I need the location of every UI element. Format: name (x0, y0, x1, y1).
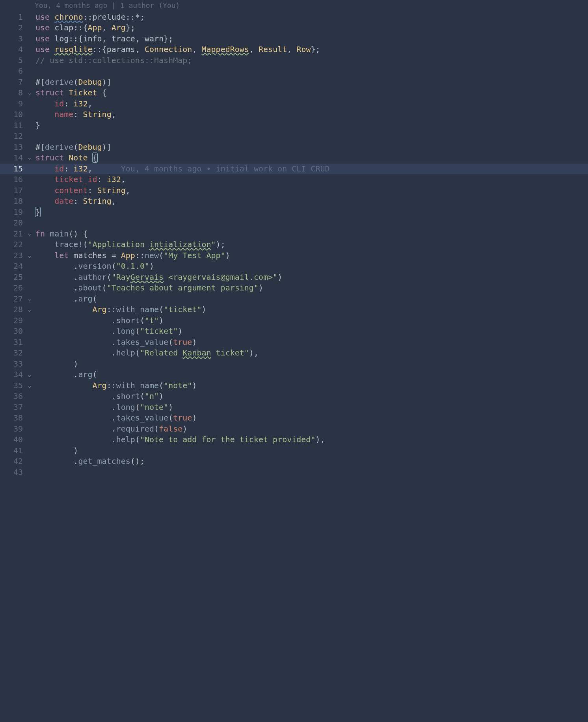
code-content[interactable]: let matches = App::new("My Test App") (34, 250, 588, 261)
line-number[interactable]: 15 (0, 164, 25, 175)
line-number[interactable]: 41 (0, 445, 25, 456)
code-line[interactable]: 2use clap::{App, Arg}; (0, 22, 588, 33)
code-line[interactable]: 3use log::{info, trace, warn}; (0, 33, 588, 45)
code-line[interactable]: 23⌄ let matches = App::new("My Test App"… (0, 250, 588, 261)
code-line[interactable]: 21⌄fn main() { (0, 229, 588, 240)
line-number[interactable]: 32 (0, 348, 25, 359)
code-line[interactable]: 24 .version("0.1.0") (0, 261, 588, 272)
code-content[interactable]: .long("note") (34, 402, 588, 413)
code-content[interactable]: struct Ticket { (34, 87, 588, 99)
line-number[interactable]: 10 (0, 109, 25, 120)
code-line[interactable]: 12 (0, 131, 588, 142)
code-content[interactable]: } (34, 120, 588, 131)
code-content[interactable]: // use std::collections::HashMap; (34, 55, 588, 66)
code-content[interactable]: trace!("Application intialization"); (34, 239, 588, 250)
code-line[interactable]: 17 content: String, (0, 185, 588, 196)
line-number[interactable]: 1 (0, 12, 25, 23)
line-number[interactable]: 5 (0, 55, 25, 66)
code-line[interactable]: 42 .get_matches(); (0, 456, 588, 467)
line-number[interactable]: 39 (0, 424, 25, 435)
code-line[interactable]: 26 .about("Teaches about argument parsin… (0, 283, 588, 294)
code-line[interactable]: 22 trace!("Application intialization"); (0, 239, 588, 250)
code-content[interactable]: name: String, (34, 109, 588, 120)
code-content[interactable]: .arg( (34, 294, 588, 305)
code-line[interactable]: 35⌄ Arg::with_name("note") (0, 380, 588, 391)
code-line[interactable]: 32 .help("Related Kanban ticket"), (0, 348, 588, 359)
code-content[interactable]: .author("RayGervais <raygervais@gmail.co… (34, 272, 588, 283)
line-number[interactable]: 28 (0, 304, 25, 315)
code-content[interactable]: #[derive(Debug)] (34, 77, 588, 88)
line-number[interactable]: 30 (0, 326, 25, 337)
line-number[interactable]: 33 (0, 359, 25, 370)
fold-toggle-icon[interactable]: ⌄ (25, 153, 34, 164)
code-content[interactable]: .takes_value(true) (34, 337, 588, 348)
line-number[interactable]: 2 (0, 22, 25, 33)
code-line[interactable]: 41 ) (0, 445, 588, 456)
line-number[interactable]: 31 (0, 337, 25, 348)
code-content[interactable]: id: i32, (34, 99, 588, 110)
code-content[interactable]: id: i32, You, 4 months ago • initial wor… (34, 164, 588, 175)
code-line[interactable]: 37 .long("note") (0, 402, 588, 413)
code-content[interactable]: .required(false) (34, 424, 588, 435)
code-content[interactable]: ) (34, 445, 588, 456)
line-number[interactable]: 23 (0, 250, 25, 261)
fold-toggle-icon[interactable]: ⌄ (25, 229, 34, 240)
line-number[interactable]: 19 (0, 207, 25, 218)
line-number[interactable]: 13 (0, 142, 25, 153)
line-number[interactable]: 24 (0, 261, 25, 272)
fold-toggle-icon[interactable]: ⌄ (25, 294, 34, 305)
code-content[interactable]: .long("ticket") (34, 326, 588, 337)
code-content[interactable]: .arg( (34, 369, 588, 380)
fold-toggle-icon[interactable]: ⌄ (25, 380, 34, 391)
line-number[interactable]: 18 (0, 196, 25, 207)
line-number[interactable]: 43 (0, 467, 25, 478)
code-content[interactable]: Arg::with_name("ticket") (34, 304, 588, 315)
code-content[interactable]: #[derive(Debug)] (34, 142, 588, 153)
code-line[interactable]: 13#[derive(Debug)] (0, 142, 588, 153)
code-line[interactable]: 43 (0, 467, 588, 478)
code-line[interactable]: 11} (0, 120, 588, 131)
code-content[interactable]: .about("Teaches about argument parsing") (34, 283, 588, 294)
code-line[interactable]: 39 .required(false) (0, 424, 588, 435)
line-number[interactable]: 37 (0, 402, 25, 413)
code-content[interactable]: use chrono::prelude::*; (34, 12, 588, 23)
code-line[interactable]: 16 ticket_id: i32, (0, 174, 588, 185)
line-number[interactable]: 27 (0, 294, 25, 305)
code-content[interactable]: .version("0.1.0") (34, 261, 588, 272)
code-content[interactable]: use log::{info, trace, warn}; (34, 33, 588, 45)
code-content[interactable]: ticket_id: i32, (34, 174, 588, 185)
line-number[interactable]: 20 (0, 218, 25, 229)
code-content[interactable]: .short("n") (34, 391, 588, 402)
line-number[interactable]: 16 (0, 174, 25, 185)
code-line[interactable]: 20 (0, 218, 588, 229)
code-line[interactable]: 1use chrono::prelude::*; (0, 12, 588, 23)
code-line[interactable]: 8⌄struct Ticket { (0, 87, 588, 99)
code-line[interactable]: 5// use std::collections::HashMap; (0, 55, 588, 66)
line-number[interactable]: 21 (0, 229, 25, 240)
fold-toggle-icon[interactable]: ⌄ (25, 250, 34, 261)
code-line[interactable]: 31 .takes_value(true) (0, 337, 588, 348)
fold-toggle-icon[interactable]: ⌄ (25, 304, 34, 315)
code-line[interactable]: 15 id: i32, You, 4 months ago • initial … (0, 164, 588, 175)
code-content[interactable]: } (34, 207, 588, 218)
line-number[interactable]: 25 (0, 272, 25, 283)
code-content[interactable]: content: String, (34, 185, 588, 196)
line-number[interactable]: 14 (0, 153, 25, 164)
code-line[interactable]: 10 name: String, (0, 109, 588, 120)
line-number[interactable]: 8 (0, 87, 25, 99)
code-line[interactable]: 30 .long("ticket") (0, 326, 588, 337)
line-number[interactable]: 40 (0, 434, 25, 445)
line-number[interactable]: 3 (0, 33, 25, 45)
code-content[interactable]: .short("t") (34, 315, 588, 326)
code-content[interactable]: .get_matches(); (34, 456, 588, 467)
line-number[interactable]: 38 (0, 413, 25, 424)
code-content[interactable]: .help("Related Kanban ticket"), (34, 348, 588, 359)
line-number[interactable]: 35 (0, 380, 25, 391)
code-line[interactable]: 7#[derive(Debug)] (0, 77, 588, 88)
code-lines-container[interactable]: 1use chrono::prelude::*;2use clap::{App,… (0, 12, 588, 478)
code-line[interactable]: 6 (0, 66, 588, 77)
line-number[interactable]: 12 (0, 131, 25, 142)
line-number[interactable]: 26 (0, 283, 25, 294)
line-number[interactable]: 6 (0, 66, 25, 77)
code-line[interactable]: 28⌄ Arg::with_name("ticket") (0, 304, 588, 315)
